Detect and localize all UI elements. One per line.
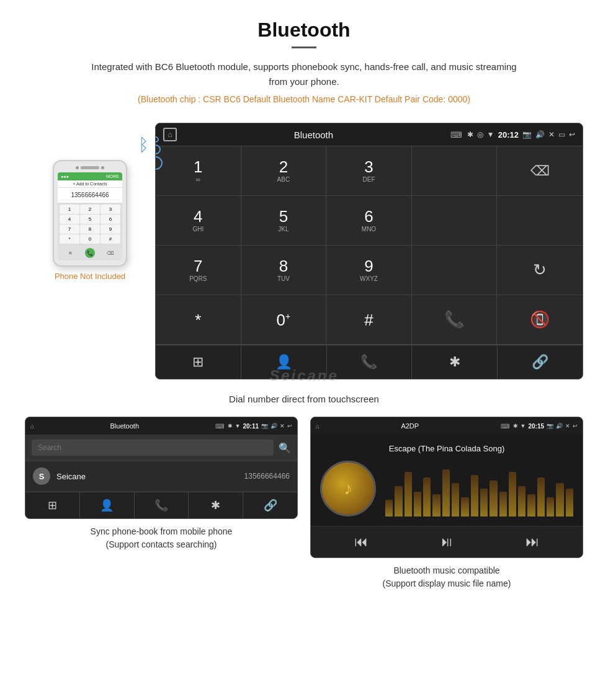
pb-search-icon[interactable]: 🔍	[279, 442, 291, 454]
phonebook-screen: ⌂ Bluetooth ⌨ ✱ ▼ 20:11 📷 🔊 ✕ ↩ 🔍	[25, 417, 298, 519]
pb-nav-calls[interactable]: 📞	[135, 492, 189, 518]
phone-key-5[interactable]: 5	[80, 215, 100, 224]
music-item: ⌂ A2DP ⌨ ✱ ▼ 20:15 📷 🔊 ✕ ↩ Escape (The P…	[310, 417, 583, 590]
pb-keypad-icon: ⊞	[48, 498, 57, 512]
music-screen-title: A2DP	[323, 422, 496, 430]
wifi-icon: ▼	[487, 130, 494, 139]
music-wifi-icon: ▼	[521, 423, 526, 429]
pb-link-icon: 🔗	[264, 498, 277, 512]
visualizer-bar	[471, 475, 478, 517]
visualizer-bar	[509, 472, 516, 516]
phone-dot-1	[76, 166, 79, 169]
dial-key-5[interactable]: 5 JKL	[241, 196, 327, 246]
pb-nav-keypad[interactable]: ⊞	[25, 492, 80, 518]
phone-status-right: MORE	[106, 174, 119, 179]
phone-key-9[interactable]: 9	[101, 224, 120, 234]
dial-key-3[interactable]: 3 DEF	[326, 146, 412, 196]
bt-signal-area: ᛒ	[138, 135, 149, 155]
pb-usb-icon: ⌨	[215, 423, 224, 430]
dial-key-star[interactable]: *	[156, 295, 241, 345]
phone-btn-right[interactable]: ⌫	[105, 248, 115, 258]
pb-calls-icon: 📞	[154, 498, 168, 512]
visualizer-bar	[480, 489, 488, 516]
pb-nav-contacts[interactable]: 👤	[80, 492, 135, 518]
pb-status-right: ✱ ▼ 20:11 📷 🔊 ✕ ↩	[228, 423, 293, 430]
watermark-text: Seicane	[269, 367, 339, 384]
page-description: Integrated with BC6 Bluetooth module, su…	[87, 60, 521, 89]
pb-back-icon: ↩	[287, 423, 292, 429]
music-album-art: ♪	[320, 461, 376, 516]
dial-key-7[interactable]: 7 PQRS	[156, 246, 241, 295]
music-bt-icon: ✱	[513, 423, 518, 429]
music-home-icon[interactable]: ⌂	[316, 423, 320, 430]
music-caption: Bluetooth music compatible (Support disp…	[310, 564, 583, 590]
dial-key-call[interactable]: 📞	[412, 295, 498, 345]
visualizer-bar	[518, 486, 525, 517]
dial-key-1[interactable]: 1 ∞	[156, 146, 241, 196]
phonebook-caption-line2: (Support contacts searching)	[106, 539, 217, 549]
phone-key-hash[interactable]: #	[101, 234, 120, 244]
phone-key-6[interactable]: 6	[101, 215, 120, 224]
dial-key-end-call[interactable]: 📵	[497, 295, 583, 345]
music-cam-icon: 📷	[547, 423, 553, 429]
home-icon[interactable]	[163, 128, 177, 141]
title-underline	[292, 47, 316, 48]
dial-key-empty-4	[412, 246, 498, 295]
music-back-icon: ↩	[573, 423, 578, 429]
dial-key-4[interactable]: 4 GHI	[156, 196, 241, 246]
phone-key-4[interactable]: 4	[60, 215, 79, 224]
pb-nav-bt[interactable]: ✱	[189, 492, 243, 518]
volume-icon: 🔊	[535, 130, 545, 139]
pb-search-input[interactable]	[32, 440, 274, 456]
status-time: 20:12	[498, 130, 519, 140]
phone-key-7[interactable]: 7	[60, 224, 79, 234]
next-btn[interactable]: ⏭	[525, 534, 539, 550]
phone-key-8[interactable]: 8	[80, 224, 100, 234]
prev-btn[interactable]: ⏮	[354, 534, 368, 550]
music-song-title: Escape (The Pina Colada Song)	[389, 444, 504, 453]
dial-status-bar: Bluetooth ⌨ ✱ ◎ ▼ 20:12 📷 🔊 ✕ ▭ ↩	[156, 123, 583, 146]
phone-key-star[interactable]: *	[60, 234, 79, 244]
dial-screen: Bluetooth ⌨ ✱ ◎ ▼ 20:12 📷 🔊 ✕ ▭ ↩ 1 ∞	[155, 123, 583, 379]
pb-bt-nav-icon: ✱	[211, 498, 220, 512]
music-content: ♪	[320, 461, 573, 516]
dial-key-2[interactable]: 2 ABC	[241, 146, 327, 196]
pb-home-icon[interactable]: ⌂	[30, 423, 34, 430]
dial-key-backspace[interactable]: ⌫	[497, 146, 583, 196]
music-main: Escape (The Pina Colada Song) ♪	[311, 435, 583, 526]
dial-key-6[interactable]: 6 MNO	[326, 196, 412, 246]
dial-key-refresh[interactable]: ↻	[497, 246, 583, 295]
close-icon: ✕	[548, 130, 555, 139]
dial-key-empty-2	[412, 196, 498, 246]
pb-nav-link[interactable]: 🔗	[243, 492, 297, 518]
music-visualizer	[385, 461, 573, 516]
phone-key-1[interactable]: 1	[60, 205, 79, 214]
usb-icon: ⌨	[450, 130, 462, 140]
play-pause-btn[interactable]: ⏯	[440, 534, 454, 550]
page-title: Bluetooth	[12, 19, 596, 42]
dial-key-empty-1	[412, 146, 498, 196]
visualizer-bar	[527, 494, 535, 516]
refresh-icon: ↻	[533, 260, 547, 280]
pb-contact-row[interactable]: S Seicane 13566664466	[25, 461, 297, 492]
back-icon: ↩	[569, 130, 575, 139]
dial-key-hash[interactable]: #	[326, 295, 412, 345]
phone-call-btn[interactable]: 📞	[85, 248, 95, 258]
dial-key-0[interactable]: 0+	[241, 295, 327, 345]
end-call-icon: 📵	[530, 310, 550, 329]
phone-key-0[interactable]: 0	[80, 234, 100, 244]
phone-btn-left[interactable]: ✕	[65, 248, 75, 258]
phone-key-3[interactable]: 3	[101, 205, 120, 214]
dial-key-9[interactable]: 9 WXYZ	[326, 246, 412, 295]
music-status-right: ✱ ▼ 20:15 📷 🔊 ✕ ↩	[513, 423, 578, 430]
phone-dot-2	[101, 166, 104, 169]
phone-key-2[interactable]: 2	[80, 205, 100, 214]
dial-key-8[interactable]: 8 TUV	[241, 246, 327, 295]
phone-keypad: 1 2 3 4 5 6 7 8 9 * 0 #	[58, 203, 122, 246]
pb-avatar: S	[33, 467, 50, 485]
bluetooth-icon: ᛒ	[138, 135, 149, 154]
page-header: Bluetooth Integrated with BC6 Bluetooth …	[0, 0, 608, 110]
bottom-row: ⌂ Bluetooth ⌨ ✱ ▼ 20:11 📷 🔊 ✕ ↩ 🔍	[0, 417, 608, 603]
music-status-bar: ⌂ A2DP ⌨ ✱ ▼ 20:15 📷 🔊 ✕ ↩	[311, 417, 583, 435]
phone-add-contact: + Add to Contacts	[58, 180, 122, 188]
